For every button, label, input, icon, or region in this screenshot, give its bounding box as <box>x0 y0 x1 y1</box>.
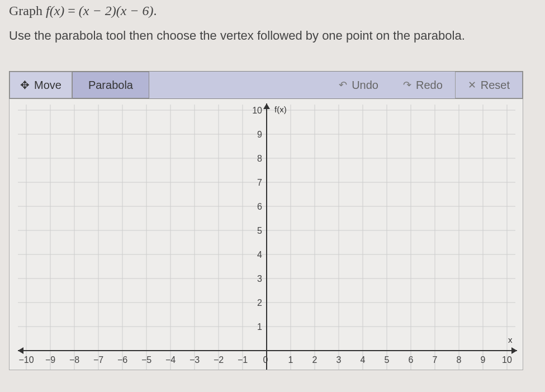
instruction-text: Use the parabola tool then choose the ve… <box>9 29 539 43</box>
parabola-label: Parabola <box>88 79 133 92</box>
prompt-prefix: Graph <box>9 3 46 18</box>
svg-text:−8: −8 <box>69 355 79 365</box>
redo-label: Redo <box>416 79 443 92</box>
svg-text:−9: −9 <box>45 355 55 365</box>
svg-marker-36 <box>18 347 23 354</box>
svg-text:−4: −4 <box>165 355 176 365</box>
svg-text:−1: −1 <box>238 355 248 365</box>
svg-text:5: 5 <box>385 355 390 365</box>
svg-text:4: 4 <box>361 355 366 365</box>
problem-prompt: Graph f(x) = (x − 2)(x − 6). <box>9 3 539 18</box>
svg-text:x: x <box>508 335 513 344</box>
undo-label: Undo <box>352 79 378 92</box>
svg-text:f(x): f(x) <box>274 105 287 114</box>
svg-text:2: 2 <box>257 298 262 308</box>
parabola-tool-button[interactable]: Parabola <box>72 72 149 98</box>
svg-text:−10: −10 <box>18 355 34 365</box>
svg-text:5: 5 <box>257 226 262 235</box>
formula-equals: = <box>64 3 79 18</box>
svg-text:9: 9 <box>257 130 262 139</box>
svg-text:6: 6 <box>257 202 262 211</box>
svg-text:3: 3 <box>257 274 262 284</box>
formula-lhs: f(x) <box>46 3 64 18</box>
svg-text:7: 7 <box>257 178 262 187</box>
reset-label: Reset <box>481 79 510 92</box>
svg-marker-35 <box>511 347 517 354</box>
svg-marker-37 <box>263 103 270 109</box>
svg-text:1: 1 <box>288 355 293 365</box>
svg-text:2: 2 <box>312 355 317 365</box>
svg-text:−5: −5 <box>141 355 151 365</box>
svg-text:0: 0 <box>263 355 268 365</box>
svg-text:10: 10 <box>502 355 512 365</box>
svg-text:3: 3 <box>337 355 342 365</box>
undo-icon: ↶ <box>339 79 347 91</box>
svg-text:1: 1 <box>257 322 262 332</box>
prompt-suffix: . <box>154 3 157 18</box>
svg-text:8: 8 <box>257 154 262 163</box>
svg-text:4: 4 <box>257 250 262 259</box>
svg-text:−6: −6 <box>117 355 127 365</box>
redo-button[interactable]: ↷ Redo <box>391 72 455 98</box>
move-tool-button[interactable]: ✥ Move <box>10 72 72 98</box>
svg-text:6: 6 <box>409 355 414 365</box>
undo-button[interactable]: ↶ Undo <box>326 72 391 98</box>
svg-text:7: 7 <box>433 355 438 365</box>
redo-icon: ↷ <box>403 79 411 91</box>
formula-rhs: (x − 2)(x − 6) <box>79 3 154 18</box>
svg-text:−3: −3 <box>189 355 200 365</box>
graph-toolbar: ✥ Move Parabola ↶ Undo ↷ Redo ✕ Reset <box>9 71 523 99</box>
svg-text:10: 10 <box>252 106 262 115</box>
move-icon: ✥ <box>20 78 30 92</box>
svg-text:−2: −2 <box>214 355 224 365</box>
coordinate-grid: −10−9−8−7−6−5−4−3−2−1123456789100−112345… <box>10 99 523 370</box>
svg-text:9: 9 <box>481 355 486 365</box>
svg-text:8: 8 <box>457 355 462 365</box>
reset-button[interactable]: ✕ Reset <box>455 72 523 98</box>
svg-text:−7: −7 <box>93 355 103 365</box>
close-icon: ✕ <box>468 79 476 91</box>
graph-canvas[interactable]: −10−9−8−7−6−5−4−3−2−1123456789100−112345… <box>9 99 523 370</box>
move-label: Move <box>34 79 61 92</box>
